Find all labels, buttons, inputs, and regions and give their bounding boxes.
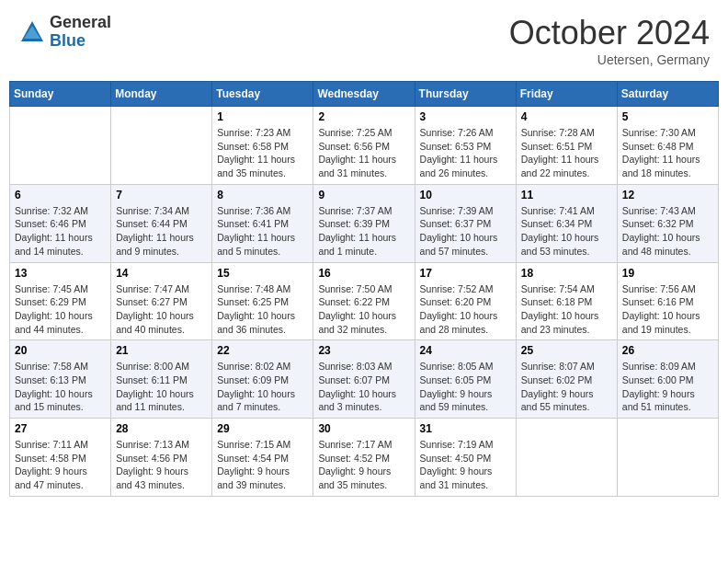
calendar-cell: 21Sunrise: 8:00 AMSunset: 6:11 PMDayligh… [111, 340, 212, 419]
logo-text: General Blue [50, 14, 111, 51]
weekday-header-row: SundayMondayTuesdayWednesdayThursdayFrid… [10, 82, 719, 107]
day-info: Sunrise: 7:39 AMSunset: 6:37 PMDaylight:… [420, 204, 511, 259]
calendar-cell: 31Sunrise: 7:19 AMSunset: 4:50 PMDayligh… [415, 419, 516, 497]
day-number: 5 [622, 110, 713, 123]
calendar-cell: 28Sunrise: 7:13 AMSunset: 4:56 PMDayligh… [111, 419, 212, 497]
calendar-cell: 23Sunrise: 8:03 AMSunset: 6:07 PMDayligh… [313, 340, 415, 419]
calendar-cell [617, 419, 718, 497]
day-number: 13 [15, 267, 106, 280]
day-info: Sunrise: 7:43 AMSunset: 6:32 PMDaylight:… [622, 204, 713, 259]
day-number: 10 [420, 189, 511, 201]
calendar-cell: 9Sunrise: 7:37 AMSunset: 6:39 PMDaylight… [313, 184, 415, 262]
day-info: Sunrise: 7:45 AMSunset: 6:29 PMDaylight:… [15, 282, 106, 337]
calendar-cell: 17Sunrise: 7:52 AMSunset: 6:20 PMDayligh… [415, 262, 516, 340]
day-info: Sunrise: 7:25 AMSunset: 6:56 PMDaylight:… [318, 126, 409, 180]
day-info: Sunrise: 7:19 AMSunset: 4:50 PMDaylight:… [420, 438, 511, 492]
day-number: 7 [116, 189, 207, 201]
calendar-cell: 24Sunrise: 8:05 AMSunset: 6:05 PMDayligh… [415, 340, 516, 419]
calendar-cell: 26Sunrise: 8:09 AMSunset: 6:00 PMDayligh… [617, 340, 718, 419]
page-header: General Blue October 2024 Uetersen, Germ… [9, 9, 719, 72]
day-info: Sunrise: 7:32 AMSunset: 6:46 PMDaylight:… [15, 204, 106, 259]
day-info: Sunrise: 8:05 AMSunset: 6:05 PMDaylight:… [420, 360, 511, 414]
calendar-cell: 22Sunrise: 8:02 AMSunset: 6:09 PMDayligh… [212, 340, 313, 419]
day-info: Sunrise: 7:28 AMSunset: 6:51 PMDaylight:… [521, 126, 612, 180]
weekday-header: Wednesday [313, 82, 415, 107]
day-number: 15 [217, 267, 308, 280]
weekday-header: Saturday [617, 82, 718, 107]
logo-general: General [50, 14, 111, 32]
calendar-week-row: 1Sunrise: 7:23 AMSunset: 6:58 PMDaylight… [10, 107, 719, 185]
day-number: 22 [217, 344, 308, 357]
calendar-week-row: 20Sunrise: 7:58 AMSunset: 6:13 PMDayligh… [10, 340, 719, 419]
calendar-cell: 29Sunrise: 7:15 AMSunset: 4:54 PMDayligh… [212, 419, 313, 497]
calendar-cell: 14Sunrise: 7:47 AMSunset: 6:27 PMDayligh… [111, 262, 212, 340]
calendar-cell: 6Sunrise: 7:32 AMSunset: 6:46 PMDaylight… [10, 184, 111, 262]
day-number: 4 [521, 110, 612, 123]
logo-blue: Blue [50, 32, 111, 51]
logo-icon [18, 18, 46, 46]
day-info: Sunrise: 7:15 AMSunset: 4:54 PMDaylight:… [217, 438, 308, 492]
calendar-cell: 7Sunrise: 7:34 AMSunset: 6:44 PMDaylight… [111, 184, 212, 262]
day-number: 17 [420, 267, 511, 280]
day-info: Sunrise: 7:41 AMSunset: 6:34 PMDaylight:… [521, 204, 612, 259]
day-number: 9 [318, 189, 409, 201]
calendar-cell: 2Sunrise: 7:25 AMSunset: 6:56 PMDaylight… [313, 107, 415, 185]
day-info: Sunrise: 7:52 AMSunset: 6:20 PMDaylight:… [420, 282, 511, 337]
day-info: Sunrise: 7:34 AMSunset: 6:44 PMDaylight:… [116, 204, 207, 259]
day-info: Sunrise: 7:23 AMSunset: 6:58 PMDaylight:… [217, 126, 308, 180]
day-info: Sunrise: 7:56 AMSunset: 6:16 PMDaylight:… [622, 282, 713, 337]
calendar-cell: 25Sunrise: 8:07 AMSunset: 6:02 PMDayligh… [516, 340, 617, 419]
calendar-week-row: 27Sunrise: 7:11 AMSunset: 4:58 PMDayligh… [10, 419, 719, 497]
day-number: 31 [420, 422, 511, 435]
calendar-cell: 8Sunrise: 7:36 AMSunset: 6:41 PMDaylight… [212, 184, 313, 262]
day-number: 11 [521, 189, 612, 201]
weekday-header: Thursday [415, 82, 516, 107]
weekday-header: Sunday [10, 82, 111, 107]
day-info: Sunrise: 8:02 AMSunset: 6:09 PMDaylight:… [217, 360, 308, 414]
day-info: Sunrise: 7:54 AMSunset: 6:18 PMDaylight:… [521, 282, 612, 337]
calendar-cell: 19Sunrise: 7:56 AMSunset: 6:16 PMDayligh… [617, 262, 718, 340]
day-info: Sunrise: 7:26 AMSunset: 6:53 PMDaylight:… [420, 126, 511, 180]
day-number: 16 [318, 267, 409, 280]
day-number: 30 [318, 422, 409, 435]
weekday-header: Tuesday [212, 82, 313, 107]
day-info: Sunrise: 7:13 AMSunset: 4:56 PMDaylight:… [116, 438, 207, 492]
day-number: 28 [116, 422, 207, 435]
calendar-cell [10, 107, 111, 185]
day-number: 25 [521, 344, 612, 357]
weekday-header: Friday [516, 82, 617, 107]
day-info: Sunrise: 8:00 AMSunset: 6:11 PMDaylight:… [116, 360, 207, 414]
calendar-cell: 1Sunrise: 7:23 AMSunset: 6:58 PMDaylight… [212, 107, 313, 185]
day-number: 6 [15, 189, 106, 201]
calendar-cell: 12Sunrise: 7:43 AMSunset: 6:32 PMDayligh… [617, 184, 718, 262]
day-info: Sunrise: 7:48 AMSunset: 6:25 PMDaylight:… [217, 282, 308, 337]
logo: General Blue [18, 14, 111, 51]
day-number: 3 [420, 110, 511, 123]
month-title: October 2024 [509, 14, 710, 52]
day-number: 18 [521, 267, 612, 280]
calendar-cell: 3Sunrise: 7:26 AMSunset: 6:53 PMDaylight… [415, 107, 516, 185]
day-info: Sunrise: 7:11 AMSunset: 4:58 PMDaylight:… [15, 438, 106, 492]
day-number: 12 [622, 189, 713, 201]
calendar-cell: 30Sunrise: 7:17 AMSunset: 4:52 PMDayligh… [313, 419, 415, 497]
day-number: 24 [420, 344, 511, 357]
day-info: Sunrise: 8:09 AMSunset: 6:00 PMDaylight:… [622, 360, 713, 414]
day-number: 29 [217, 422, 308, 435]
weekday-header: Monday [111, 82, 212, 107]
day-info: Sunrise: 7:36 AMSunset: 6:41 PMDaylight:… [217, 204, 308, 259]
day-number: 20 [15, 344, 106, 357]
calendar-table: SundayMondayTuesdayWednesdayThursdayFrid… [9, 81, 719, 497]
calendar-week-row: 6Sunrise: 7:32 AMSunset: 6:46 PMDaylight… [10, 184, 719, 262]
day-number: 1 [217, 110, 308, 123]
day-info: Sunrise: 7:47 AMSunset: 6:27 PMDaylight:… [116, 282, 207, 337]
location-subtitle: Uetersen, Germany [509, 52, 710, 67]
day-number: 21 [116, 344, 207, 357]
calendar-cell: 5Sunrise: 7:30 AMSunset: 6:48 PMDaylight… [617, 107, 718, 185]
calendar-week-row: 13Sunrise: 7:45 AMSunset: 6:29 PMDayligh… [10, 262, 719, 340]
day-number: 19 [622, 267, 713, 280]
calendar-cell [111, 107, 212, 185]
calendar-cell: 10Sunrise: 7:39 AMSunset: 6:37 PMDayligh… [415, 184, 516, 262]
calendar-cell [516, 419, 617, 497]
day-number: 27 [15, 422, 106, 435]
calendar-cell: 4Sunrise: 7:28 AMSunset: 6:51 PMDaylight… [516, 107, 617, 185]
